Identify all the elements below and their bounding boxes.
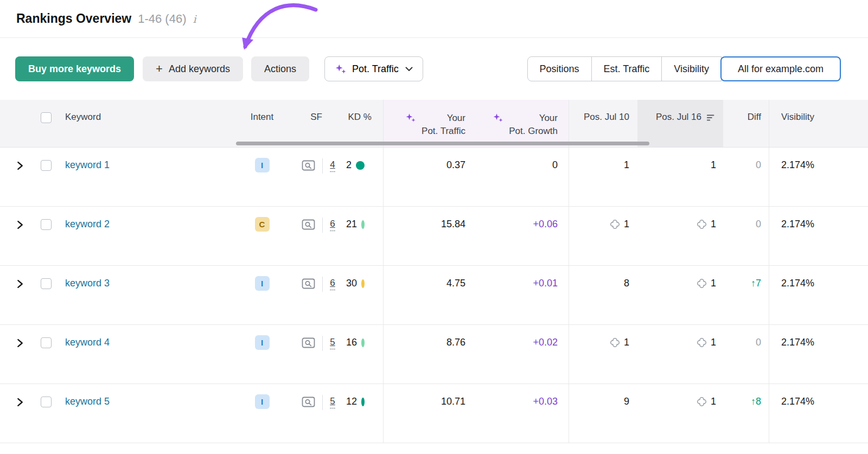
sf-count-link[interactable]: 6 [330,219,335,231]
divider [322,277,323,292]
actions-button[interactable]: Actions [251,56,309,81]
pot-traffic-value: 15.84 [441,219,465,230]
buy-more-keywords-button[interactable]: Buy more keywords [15,56,134,81]
intent-badge[interactable]: I [255,158,270,172]
divider [322,395,323,410]
select-all-checkbox[interactable] [41,112,52,123]
pot-growth-value: +0.01 [533,278,558,289]
sf-count-link[interactable]: 4 [330,159,335,172]
col-header-sf-label: SF [310,112,322,123]
intent-badge[interactable]: I [255,335,270,350]
col-header-kd[interactable]: KD % [346,100,383,147]
serp-feature-position-icon [697,337,707,348]
col-header-visibility[interactable]: Visibility [769,100,868,147]
row-checkbox[interactable] [41,397,52,407]
view-tab-all-for-domain[interactable]: All for example.com [720,56,841,81]
toolbar: Buy more keywords + Add keywords Actions… [15,56,841,81]
info-icon[interactable]: i [193,13,196,25]
position-value: 1 [711,159,716,171]
table-row: keyword 5I51210.71+0.0391↑82.174% [0,384,868,443]
add-keywords-label: Add keywords [169,63,230,75]
row-checkbox[interactable] [41,278,52,289]
diff-value: ↑7 [751,278,761,289]
page-title: Rankings Overview [16,11,131,26]
col-header-sf[interactable]: SF [286,100,346,147]
kd-value: 12 [346,396,357,407]
col-header-pos-jul10[interactable]: Pos. Jul 10 [569,100,637,147]
intent-badge[interactable]: I [255,394,270,409]
serp-features-icon [302,278,315,290]
diff-value: 0 [756,159,761,171]
sf-count-link[interactable]: 5 [330,396,335,408]
row-checkbox[interactable] [41,160,52,171]
expand-row-chevron[interactable] [16,398,23,407]
col-header-intent[interactable]: Intent [238,100,286,147]
sf-count-link[interactable]: 5 [330,337,335,349]
position-value: 1 [624,337,629,348]
view-tab-positions[interactable]: Positions [527,56,592,81]
diff-value: ↑8 [751,396,761,407]
position-value: 8 [624,278,629,289]
table-header-row: Keyword Intent SF KD % Your Pot. Traffic… [0,100,868,148]
keyword-link[interactable]: keyword 3 [65,278,110,289]
view-tab-est-traffic[interactable]: Est. Traffic [591,56,662,81]
col-header-diff-label: Diff [748,112,761,123]
col-header-keyword[interactable]: Keyword [59,100,238,147]
keyword-link[interactable]: keyword 5 [65,396,110,407]
expand-row-chevron[interactable] [16,161,23,170]
serp-features-icon [302,397,315,408]
pot-traffic-value: 4.75 [446,278,465,289]
kd-difficulty-dot [356,161,365,170]
metric-dropdown[interactable]: Pot. Traffic [324,56,423,81]
serp-feature-position-icon [610,337,620,348]
position-value: 1 [624,159,629,171]
header-expander-cell [0,100,34,147]
kd-value: 2 [346,159,352,171]
position-value: 1 [711,219,716,230]
metric-dropdown-label: Pot. Traffic [352,63,399,75]
visibility-value: 2.174% [781,159,814,171]
pot-traffic-value: 10.71 [441,396,465,407]
serp-features-icon [302,219,315,231]
horizontal-scrollbar[interactable] [236,142,649,145]
add-keywords-button[interactable]: + Add keywords [143,56,243,81]
position-value: 1 [711,337,716,348]
expand-row-chevron[interactable] [16,220,23,229]
row-checkbox[interactable] [41,219,52,230]
col-header-diff[interactable]: Diff [723,100,769,147]
position-value: 9 [624,396,629,407]
table-body: keyword 1I420.3701102.174%keyword 2C6211… [0,148,868,443]
kd-difficulty-dot [361,398,365,406]
expand-row-chevron[interactable] [16,279,23,289]
position-value: 1 [624,219,629,230]
table-row: keyword 4I5168.76+0.021102.174% [0,325,868,384]
kd-value: 16 [346,337,357,348]
row-checkbox[interactable] [41,337,52,348]
pot-growth-value: +0.02 [533,337,558,348]
visibility-value: 2.174% [781,219,814,230]
view-tab-visibility[interactable]: Visibility [661,56,722,81]
serp-feature-position-icon [697,278,707,289]
divider [322,218,323,233]
col-header-pos-jul16[interactable]: Pos. Jul 16 [637,100,723,147]
table-row: keyword 1I420.3701102.174% [0,148,868,207]
expand-row-chevron[interactable] [16,338,23,348]
sparkle-icon [405,112,416,123]
visibility-value: 2.174% [781,337,814,348]
pot-traffic-value: 8.76 [446,337,465,348]
col-header-pot-growth-line2: Pot. Growth [509,125,558,138]
intent-badge[interactable]: I [255,276,270,291]
sf-count-link[interactable]: 6 [330,278,335,290]
table-row: keyword 2C62115.84+0.061102.174% [0,207,868,266]
col-header-pot-traffic[interactable]: Your Pot. Traffic [383,100,476,147]
keyword-link[interactable]: keyword 1 [65,159,110,171]
keyword-link[interactable]: keyword 2 [65,219,110,230]
intent-badge[interactable]: C [255,217,270,232]
keyword-link[interactable]: keyword 4 [65,337,110,348]
chevron-down-icon [405,67,413,72]
kd-difficulty-dot [361,220,365,229]
title-bar: Rankings Overview 1-46 (46) i [0,0,868,38]
col-header-pot-growth[interactable]: Your Pot. Growth [476,100,569,147]
col-header-kd-label: KD % [348,112,372,123]
pot-growth-value: +0.03 [533,396,558,407]
